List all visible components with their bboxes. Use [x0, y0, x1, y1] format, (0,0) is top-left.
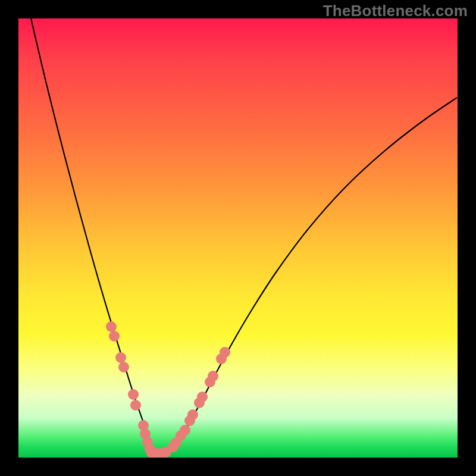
- data-point: [197, 392, 208, 402]
- data-point: [180, 425, 190, 436]
- chart-frame: TheBottleneck.com: [0, 0, 476, 476]
- data-markers: [106, 321, 230, 458]
- watermark-text: TheBottleneck.com: [323, 2, 468, 20]
- data-point: [187, 409, 198, 420]
- data-point: [208, 371, 218, 381]
- data-point: [118, 362, 129, 372]
- data-point: [115, 352, 126, 363]
- data-point: [130, 400, 141, 411]
- data-point: [106, 321, 117, 332]
- data-point: [128, 389, 139, 400]
- chart-svg: [18, 18, 458, 458]
- data-point: [220, 347, 230, 358]
- curve-left: [31, 18, 152, 453]
- plot-area: [18, 18, 458, 458]
- data-point: [109, 331, 120, 342]
